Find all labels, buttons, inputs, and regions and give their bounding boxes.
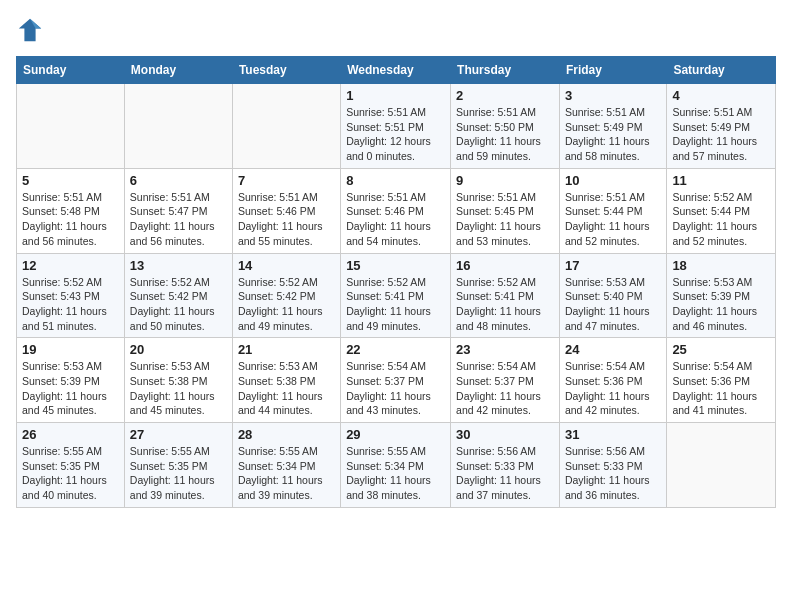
day-number: 31 [565,427,661,442]
day-info: Sunrise: 5:54 AMSunset: 5:36 PMDaylight:… [672,359,770,418]
column-header-thursday: Thursday [451,57,560,84]
day-info: Sunrise: 5:51 AMSunset: 5:45 PMDaylight:… [456,190,554,249]
day-info: Sunrise: 5:55 AMSunset: 5:34 PMDaylight:… [238,444,335,503]
calendar-cell: 11Sunrise: 5:52 AMSunset: 5:44 PMDayligh… [667,168,776,253]
day-number: 14 [238,258,335,273]
day-number: 2 [456,88,554,103]
calendar-cell: 16Sunrise: 5:52 AMSunset: 5:41 PMDayligh… [451,253,560,338]
day-info: Sunrise: 5:55 AMSunset: 5:34 PMDaylight:… [346,444,445,503]
calendar-cell [17,84,125,169]
column-header-wednesday: Wednesday [341,57,451,84]
day-info: Sunrise: 5:53 AMSunset: 5:38 PMDaylight:… [130,359,227,418]
calendar-table: SundayMondayTuesdayWednesdayThursdayFrid… [16,56,776,508]
day-number: 28 [238,427,335,442]
day-info: Sunrise: 5:51 AMSunset: 5:47 PMDaylight:… [130,190,227,249]
day-header-row: SundayMondayTuesdayWednesdayThursdayFrid… [17,57,776,84]
day-info: Sunrise: 5:53 AMSunset: 5:40 PMDaylight:… [565,275,661,334]
column-header-sunday: Sunday [17,57,125,84]
day-number: 20 [130,342,227,357]
calendar-cell: 30Sunrise: 5:56 AMSunset: 5:33 PMDayligh… [451,423,560,508]
calendar-cell: 28Sunrise: 5:55 AMSunset: 5:34 PMDayligh… [232,423,340,508]
day-info: Sunrise: 5:53 AMSunset: 5:39 PMDaylight:… [22,359,119,418]
column-header-saturday: Saturday [667,57,776,84]
calendar-week-row: 1Sunrise: 5:51 AMSunset: 5:51 PMDaylight… [17,84,776,169]
day-info: Sunrise: 5:51 AMSunset: 5:51 PMDaylight:… [346,105,445,164]
day-info: Sunrise: 5:53 AMSunset: 5:39 PMDaylight:… [672,275,770,334]
day-number: 17 [565,258,661,273]
day-number: 6 [130,173,227,188]
day-info: Sunrise: 5:52 AMSunset: 5:42 PMDaylight:… [238,275,335,334]
day-info: Sunrise: 5:51 AMSunset: 5:49 PMDaylight:… [672,105,770,164]
page-header [16,16,776,44]
day-number: 26 [22,427,119,442]
day-info: Sunrise: 5:51 AMSunset: 5:48 PMDaylight:… [22,190,119,249]
calendar-cell: 26Sunrise: 5:55 AMSunset: 5:35 PMDayligh… [17,423,125,508]
calendar-cell: 18Sunrise: 5:53 AMSunset: 5:39 PMDayligh… [667,253,776,338]
day-info: Sunrise: 5:51 AMSunset: 5:46 PMDaylight:… [346,190,445,249]
calendar-cell: 29Sunrise: 5:55 AMSunset: 5:34 PMDayligh… [341,423,451,508]
day-number: 22 [346,342,445,357]
calendar-cell: 17Sunrise: 5:53 AMSunset: 5:40 PMDayligh… [559,253,666,338]
calendar-cell: 1Sunrise: 5:51 AMSunset: 5:51 PMDaylight… [341,84,451,169]
calendar-cell: 22Sunrise: 5:54 AMSunset: 5:37 PMDayligh… [341,338,451,423]
calendar-cell: 10Sunrise: 5:51 AMSunset: 5:44 PMDayligh… [559,168,666,253]
day-number: 19 [22,342,119,357]
calendar-cell: 3Sunrise: 5:51 AMSunset: 5:49 PMDaylight… [559,84,666,169]
calendar-cell [667,423,776,508]
day-number: 18 [672,258,770,273]
logo [16,16,48,44]
day-number: 9 [456,173,554,188]
day-info: Sunrise: 5:51 AMSunset: 5:44 PMDaylight:… [565,190,661,249]
calendar-cell: 6Sunrise: 5:51 AMSunset: 5:47 PMDaylight… [124,168,232,253]
day-info: Sunrise: 5:52 AMSunset: 5:44 PMDaylight:… [672,190,770,249]
calendar-week-row: 19Sunrise: 5:53 AMSunset: 5:39 PMDayligh… [17,338,776,423]
day-info: Sunrise: 5:53 AMSunset: 5:38 PMDaylight:… [238,359,335,418]
day-number: 27 [130,427,227,442]
day-number: 13 [130,258,227,273]
calendar-week-row: 12Sunrise: 5:52 AMSunset: 5:43 PMDayligh… [17,253,776,338]
day-info: Sunrise: 5:52 AMSunset: 5:43 PMDaylight:… [22,275,119,334]
day-number: 5 [22,173,119,188]
calendar-cell: 5Sunrise: 5:51 AMSunset: 5:48 PMDaylight… [17,168,125,253]
day-number: 7 [238,173,335,188]
calendar-cell [232,84,340,169]
day-info: Sunrise: 5:56 AMSunset: 5:33 PMDaylight:… [456,444,554,503]
day-info: Sunrise: 5:54 AMSunset: 5:36 PMDaylight:… [565,359,661,418]
calendar-cell: 23Sunrise: 5:54 AMSunset: 5:37 PMDayligh… [451,338,560,423]
calendar-cell: 27Sunrise: 5:55 AMSunset: 5:35 PMDayligh… [124,423,232,508]
day-number: 30 [456,427,554,442]
day-number: 23 [456,342,554,357]
calendar-cell: 13Sunrise: 5:52 AMSunset: 5:42 PMDayligh… [124,253,232,338]
logo-icon [16,16,44,44]
calendar-cell: 7Sunrise: 5:51 AMSunset: 5:46 PMDaylight… [232,168,340,253]
calendar-cell: 24Sunrise: 5:54 AMSunset: 5:36 PMDayligh… [559,338,666,423]
calendar-cell: 4Sunrise: 5:51 AMSunset: 5:49 PMDaylight… [667,84,776,169]
day-info: Sunrise: 5:55 AMSunset: 5:35 PMDaylight:… [22,444,119,503]
day-number: 8 [346,173,445,188]
column-header-friday: Friday [559,57,666,84]
day-number: 21 [238,342,335,357]
day-number: 25 [672,342,770,357]
day-number: 4 [672,88,770,103]
day-number: 16 [456,258,554,273]
day-info: Sunrise: 5:55 AMSunset: 5:35 PMDaylight:… [130,444,227,503]
day-number: 12 [22,258,119,273]
calendar-cell: 9Sunrise: 5:51 AMSunset: 5:45 PMDaylight… [451,168,560,253]
day-info: Sunrise: 5:51 AMSunset: 5:46 PMDaylight:… [238,190,335,249]
day-number: 24 [565,342,661,357]
day-info: Sunrise: 5:52 AMSunset: 5:41 PMDaylight:… [346,275,445,334]
day-info: Sunrise: 5:51 AMSunset: 5:49 PMDaylight:… [565,105,661,164]
calendar-cell: 15Sunrise: 5:52 AMSunset: 5:41 PMDayligh… [341,253,451,338]
calendar-cell: 19Sunrise: 5:53 AMSunset: 5:39 PMDayligh… [17,338,125,423]
calendar-cell: 25Sunrise: 5:54 AMSunset: 5:36 PMDayligh… [667,338,776,423]
column-header-monday: Monday [124,57,232,84]
day-number: 29 [346,427,445,442]
calendar-cell: 8Sunrise: 5:51 AMSunset: 5:46 PMDaylight… [341,168,451,253]
svg-marker-0 [19,19,41,41]
calendar-cell: 21Sunrise: 5:53 AMSunset: 5:38 PMDayligh… [232,338,340,423]
calendar-cell: 2Sunrise: 5:51 AMSunset: 5:50 PMDaylight… [451,84,560,169]
day-number: 11 [672,173,770,188]
day-number: 3 [565,88,661,103]
day-info: Sunrise: 5:56 AMSunset: 5:33 PMDaylight:… [565,444,661,503]
calendar-cell: 20Sunrise: 5:53 AMSunset: 5:38 PMDayligh… [124,338,232,423]
